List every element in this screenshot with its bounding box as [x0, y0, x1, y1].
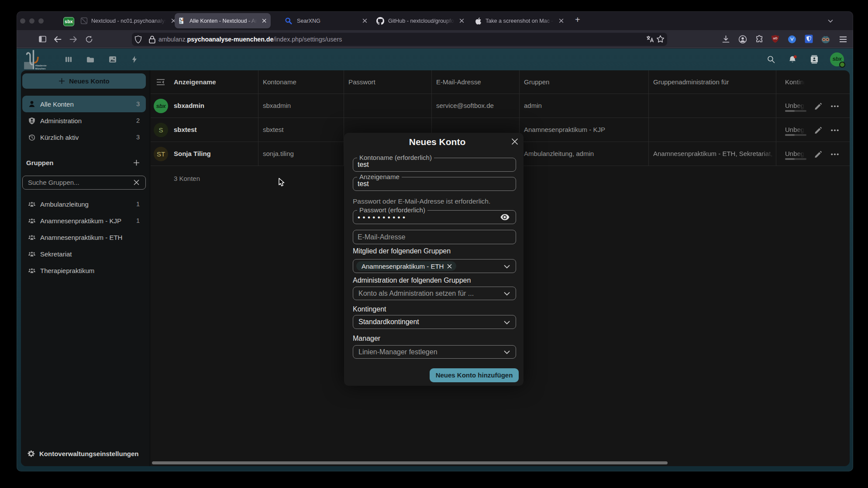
svg-text:uO: uO	[773, 37, 778, 40]
svg-text:Akademie: Akademie	[35, 64, 47, 67]
svg-text:München: München	[35, 67, 46, 70]
